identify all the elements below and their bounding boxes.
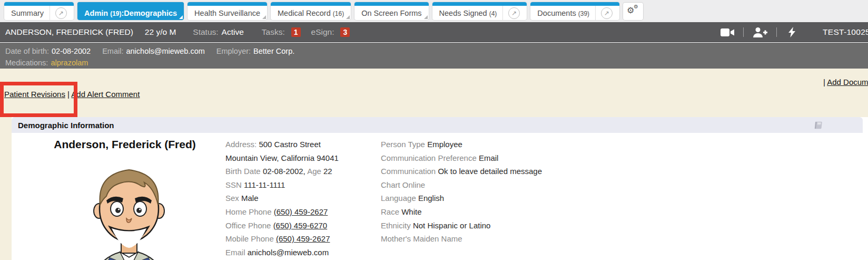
office-phone-link[interactable]: (650) 459-6270	[273, 221, 328, 230]
tab-health-surveillance-label: Health Surveillance	[194, 9, 260, 17]
add-document-link-row: | Add Document	[823, 78, 868, 86]
employer-value: Better Corp.	[253, 47, 294, 55]
tab-accent-bar	[77, 2, 184, 6]
tab-accent-bar	[271, 2, 351, 6]
lightning-bolt-icon[interactable]	[788, 27, 796, 37]
tab-needs-signed[interactable]: Needs Signed (4) ↗	[432, 2, 527, 20]
tab-accent-bar	[4, 2, 74, 6]
tasks-label: Tasks:	[262, 27, 285, 37]
tab-on-screen-forms[interactable]: On Screen Forms	[354, 2, 428, 20]
tab-admin-label: Admin (19):Demographics	[84, 9, 177, 17]
add-person-icon[interactable]	[752, 27, 768, 37]
add-alert-comment-link[interactable]: Add Alert Comment	[71, 90, 140, 99]
popout-icon[interactable]: ↗	[508, 7, 520, 19]
detail-row: Office Phone (650) 459-6270	[225, 219, 339, 233]
tab-medical-record-label: Medical Record (16)	[278, 9, 344, 17]
detail-row: Ethnicity Not Hispanic or Latino	[381, 219, 542, 233]
detail-row: Person Type Employee	[381, 138, 542, 151]
detail-row: Birth Date 02-08-2002, Age 22	[225, 165, 339, 178]
tab-documents-label: Documents (39)	[537, 9, 589, 17]
panel-title: Demographic Information	[18, 121, 114, 130]
esign-label: eSign:	[311, 27, 334, 37]
tab-bar: Summary ↗ Admin (19):Demographics Health…	[0, 0, 868, 22]
detail-row: Race White	[381, 205, 542, 219]
video-camera-icon[interactable]	[721, 28, 735, 37]
tab-dropdown-corner-icon	[424, 15, 428, 19]
detail-row: Chart Online	[381, 178, 542, 192]
medications-label: Medications:	[5, 59, 48, 67]
chart-id: TEST-10025	[823, 22, 868, 42]
tab-accent-bar	[354, 2, 428, 6]
status-value: Active	[222, 27, 244, 37]
tab-summary-label: Summary	[11, 9, 44, 17]
divider	[776, 27, 777, 37]
header-icon-row	[721, 22, 796, 42]
patient-action-links: Patient Revisions | Add Alert Comment	[4, 90, 140, 99]
detail-row: Home Phone (650) 459-2627	[225, 205, 339, 219]
left-margin-strip	[0, 117, 12, 260]
popout-icon[interactable]: ↗	[55, 7, 67, 19]
detail-row: Sex Male	[225, 191, 339, 205]
divider	[743, 27, 744, 37]
tab-accent-bar	[432, 2, 527, 6]
patient-age-sex: 22 y/o M	[145, 27, 176, 37]
demographic-panel-body: Anderson, Frederick (Fred)	[12, 133, 863, 260]
demographic-details-column-1: Address: 500 Castro Street Mountain View…	[225, 138, 339, 259]
detail-row: Mountain View, California 94041	[225, 151, 339, 165]
detail-row: Communication Preference Email	[381, 151, 542, 165]
tab-on-screen-forms-label: On Screen Forms	[361, 9, 421, 17]
tasks-badge[interactable]: 1	[291, 27, 301, 37]
detail-row: Language English	[381, 191, 542, 205]
demographic-panel-header: Demographic Information	[12, 117, 863, 133]
email-label: Email:	[102, 47, 123, 55]
divider-text: |	[67, 90, 70, 99]
detail-row: SSN 111-11-1111	[225, 178, 339, 192]
tab-dropdown-corner-icon	[262, 15, 266, 19]
tab-dropdown-corner-icon	[179, 15, 183, 19]
tab-accent-bar	[188, 2, 267, 6]
dob-value: 02-08-2002	[52, 47, 91, 55]
settings-gear-button[interactable]: ⚙ ⚙	[623, 3, 643, 20]
email-value: anichols@mieweb.com	[126, 47, 204, 55]
status-label: Status:	[193, 27, 218, 37]
tab-health-surveillance[interactable]: Health Surveillance	[188, 2, 267, 20]
employer-label: Employer:	[216, 47, 251, 55]
patient-revisions-link[interactable]: Patient Revisions	[4, 90, 65, 99]
tab-documents[interactable]: Documents (39) ↗	[530, 2, 619, 20]
home-phone-link[interactable]: (650) 459-2627	[274, 207, 328, 216]
tab-medical-record[interactable]: Medical Record (16)	[271, 2, 351, 20]
patient-info-bar: Date of birth:02-08-2002 Email:anichols@…	[0, 43, 868, 69]
tab-admin-demographics[interactable]: Admin (19):Demographics	[77, 2, 184, 20]
detail-row: Mother's Maiden Name	[381, 232, 542, 246]
demographic-panel: Demographic Information Anderson, Freder…	[12, 117, 863, 260]
dob-label: Date of birth:	[5, 47, 49, 55]
esign-badge[interactable]: 3	[340, 27, 350, 37]
add-document-link[interactable]: Add Document	[827, 78, 868, 86]
detail-row: Communication Ok to leave detailed messa…	[381, 165, 542, 178]
tab-needs-signed-label: Needs Signed (4)	[439, 9, 497, 17]
patient-avatar	[79, 156, 179, 260]
tab-summary[interactable]: Summary ↗	[4, 2, 74, 20]
detail-row: Mobile Phone (650) 459-2627	[225, 232, 339, 246]
detail-row: Email anichols@mieweb.com	[225, 246, 339, 259]
patient-name: ANDERSON, FREDERICK (FRED)	[5, 27, 133, 37]
medications-value[interactable]: alprazolam	[51, 59, 88, 67]
popout-icon[interactable]: ↗	[601, 7, 613, 19]
gear-small-icon: ⚙	[634, 4, 638, 9]
demographic-details-column-2: Person Type Employee Communication Prefe…	[381, 138, 542, 246]
tab-dropdown-corner-icon	[346, 15, 350, 19]
panel-patient-name: Anderson, Frederick (Fred)	[22, 138, 228, 151]
book-icon[interactable]	[813, 120, 823, 132]
detail-row: Address: 500 Castro Street	[225, 138, 339, 151]
tab-accent-bar	[530, 2, 619, 6]
mobile-phone-link[interactable]: (650) 459-2627	[276, 234, 330, 243]
